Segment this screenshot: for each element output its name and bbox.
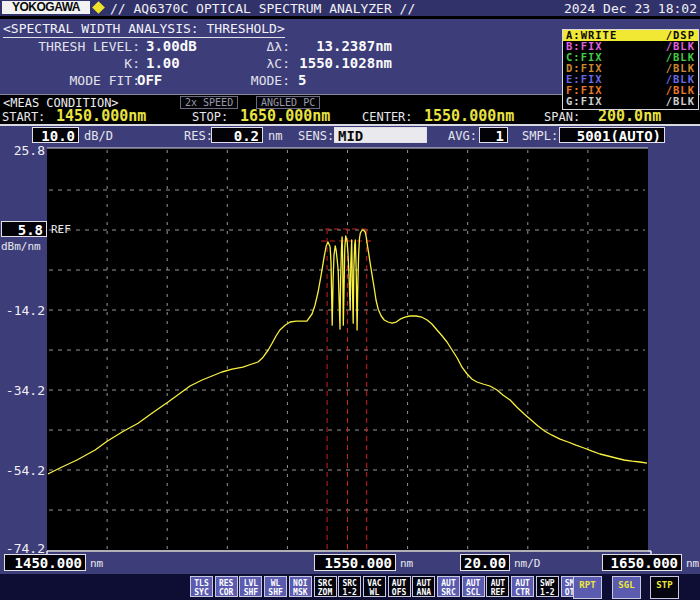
- softkey-line1: LVL: [244, 579, 258, 588]
- softkey-bar: TLSSYCRESCORLVLSHFWLSHFNOIMSKSRCZOMSRC1-…: [0, 574, 700, 600]
- softkey-wl-shf[interactable]: WLSHF: [264, 576, 287, 597]
- analysis-header: <SPECTRAL WIDTH ANALYSIS: THRESHOLD>: [3, 21, 285, 38]
- stop-value[interactable]: 1650.000nm: [240, 107, 330, 125]
- softkey-noi-msk[interactable]: NOIMSK: [289, 576, 312, 597]
- stop-label: STOP:: [192, 110, 228, 124]
- softkey-line2: WL: [370, 588, 380, 597]
- ref-marker-label: REF: [51, 223, 71, 236]
- smpl-label: SMPL:: [522, 129, 558, 143]
- softkey-aut-ctr[interactable]: AUTCTR: [511, 576, 534, 597]
- delta-lambda-value: 13.2387nm: [298, 38, 392, 54]
- softkey-line1: AUT: [417, 579, 431, 588]
- softkey-line1: VAC: [367, 579, 381, 588]
- start-label: START:: [2, 110, 45, 124]
- softkey-line2: 1-2: [540, 588, 554, 597]
- thresh-level-label: THRESH LEVEL:: [20, 39, 140, 54]
- ref-level-field[interactable]: 5.8: [1, 221, 47, 237]
- softkey-sgl[interactable]: SGL: [612, 576, 641, 599]
- softkey-line2: 1-2: [342, 588, 356, 597]
- softkey-line1: AUT: [515, 579, 529, 588]
- thresh-level-value[interactable]: 3.00dB: [146, 38, 197, 54]
- softkey-line2: CTR: [515, 588, 529, 597]
- start-value[interactable]: 1450.000nm: [56, 107, 146, 125]
- lambda-c-value: 1550.1028nm: [298, 55, 392, 71]
- xaxis-stop-unit: nm: [686, 557, 699, 570]
- speed-flag: 2x SPEED: [180, 96, 238, 109]
- softkey-line2: OFS: [392, 588, 406, 597]
- mode-fit-value[interactable]: OFF: [137, 72, 162, 88]
- softkey-line1: WL: [271, 579, 281, 588]
- yokogawa-logo: YOKOGAWA: [2, 1, 90, 14]
- softkey-line2: SYC: [194, 588, 208, 597]
- center-label: CENTER:: [362, 110, 413, 124]
- trace-row-g[interactable]: G:FIX/BLK: [563, 96, 698, 107]
- lambda-c-label: λC:: [248, 56, 290, 71]
- softkey-line1: AUT: [491, 579, 505, 588]
- smpl-field[interactable]: 5001(AUTO): [559, 127, 665, 143]
- softkey-line2: SRC: [441, 588, 455, 597]
- softkey-line1: NOI: [293, 579, 307, 588]
- center-value[interactable]: 1550.000nm: [424, 107, 514, 125]
- yaxis-label-3: -54.2: [0, 463, 45, 478]
- xaxis-stop-field[interactable]: 1650.000: [602, 554, 682, 571]
- trace-status-panel: A:WRITE/DSPB:FIX/BLKC:FIX/BLKD:FIX/BLKE:…: [562, 29, 699, 110]
- span-label: SPAN:: [544, 110, 580, 124]
- softkey-aut-ana[interactable]: AUTANA: [412, 576, 435, 597]
- level-scale-unit: dB/D: [84, 129, 113, 143]
- softkey-line1: AUT: [466, 579, 480, 588]
- softkey-stp[interactable]: STP: [650, 576, 679, 599]
- softkey-aut-ofs[interactable]: AUTOFS: [388, 576, 411, 597]
- osa-screen: YOKOGAWA // AQ6370C OPTICAL SPECTRUM ANA…: [0, 0, 700, 600]
- softkey-lvl-shf[interactable]: LVLSHF: [239, 576, 262, 597]
- sens-label: SENS:: [298, 129, 334, 143]
- xaxis-scale-field[interactable]: 20.00: [460, 554, 510, 571]
- softkey-aut-ref[interactable]: AUTREF: [486, 576, 509, 597]
- softkey-aut-src[interactable]: AUTSRC: [437, 576, 460, 597]
- yaxis-label-2: -34.2: [0, 383, 45, 398]
- res-label: RES:: [184, 129, 213, 143]
- mode-label: MODE:: [248, 73, 290, 88]
- yaxis-top-label: 25.8: [0, 143, 45, 158]
- sens-field[interactable]: MID: [334, 127, 427, 143]
- k-label: K:: [20, 56, 140, 71]
- softkey-line2: MSK: [293, 588, 307, 597]
- xaxis-center-unit: nm: [400, 557, 413, 570]
- xaxis-scale-unit: nm/D: [514, 557, 541, 570]
- softkey-res-cor[interactable]: RESCOR: [215, 576, 238, 597]
- xaxis-start-unit: nm: [90, 557, 103, 570]
- trace-name: G:FIX: [566, 96, 603, 107]
- delta-lambda-label: Δλ:: [248, 39, 290, 54]
- softkey-line1: RES: [219, 579, 233, 588]
- softkey-line2: COR: [219, 588, 233, 597]
- softkey-line2: SCL: [466, 588, 480, 597]
- softkey-line1: SRC: [342, 579, 356, 588]
- softkey-src-zom[interactable]: SRCZOM: [314, 576, 337, 597]
- res-field[interactable]: 0.2: [211, 127, 263, 143]
- softkey-tls-syc[interactable]: TLSSYC: [190, 576, 213, 597]
- mode-value: 5: [298, 72, 306, 88]
- softkey-src-1-2[interactable]: SRC1-2: [338, 576, 361, 597]
- softkey-aut-scl[interactable]: AUTSCL: [462, 576, 485, 597]
- softkey-line2: SHF: [268, 588, 282, 597]
- softkey-vac-wl[interactable]: VACWL: [363, 576, 386, 597]
- softkey-line1: AUT: [392, 579, 406, 588]
- softkey-line2: SHF: [244, 588, 258, 597]
- softkey-line2: ZOM: [318, 588, 332, 597]
- softkey-rpt[interactable]: RPT: [573, 576, 602, 599]
- softkey-swp-1-2[interactable]: SWP1-2: [536, 576, 559, 597]
- k-value[interactable]: 1.00: [146, 55, 180, 71]
- xaxis-start-field[interactable]: 1450.000: [4, 554, 86, 571]
- datetime: 2024 Dec 23 18:02: [564, 1, 697, 16]
- xaxis-center-field[interactable]: 1550.000: [314, 554, 396, 571]
- softkey-line1: TLS: [194, 579, 208, 588]
- mode-fit-label: MODE FIT:: [20, 73, 140, 88]
- yokogawa-diamond-icon: [92, 1, 105, 14]
- app-title: // AQ6370C OPTICAL SPECTRUM ANALYZER //: [110, 1, 415, 16]
- softkey-line1: SRC: [318, 579, 332, 588]
- settings-row: 10.0 dB/D RES: 0.2 nm SENS: MID AVG: 1 S…: [0, 125, 700, 148]
- avg-field[interactable]: 1: [479, 127, 508, 143]
- analysis-panel: <SPECTRAL WIDTH ANALYSIS: THRESHOLD> THR…: [0, 19, 560, 94]
- level-scale-field[interactable]: 10.0: [32, 127, 79, 143]
- yaxis-label-1: -14.2: [0, 303, 45, 318]
- avg-label: AVG:: [448, 129, 477, 143]
